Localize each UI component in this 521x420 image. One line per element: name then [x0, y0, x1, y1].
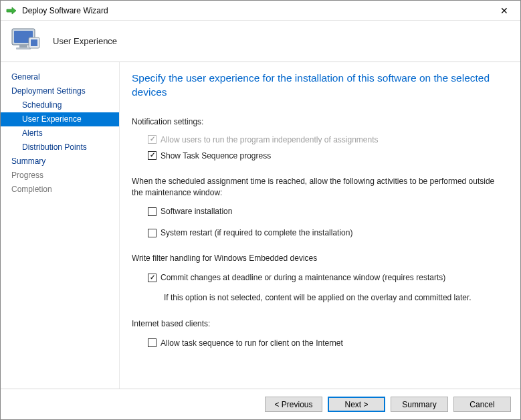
cancel-button[interactable]: Cancel [453, 397, 511, 412]
wizard-arrow-icon [6, 6, 17, 15]
checkbox-icon [148, 274, 157, 282]
checkbox-allow-independent: Allow users to run the program independe… [132, 132, 506, 148]
checkbox-commit-changes[interactable]: Commit changes at deadline or during a m… [132, 270, 506, 286]
checkbox-icon [148, 135, 157, 144]
sidebar-item-deployment-settings[interactable]: Deployment Settings [1, 84, 119, 98]
window-title: Deploy Software Wizard [22, 6, 490, 15]
checkbox-icon [148, 207, 157, 216]
title-bar: Deploy Software Wizard ✕ [1, 1, 520, 21]
checkbox-icon [148, 151, 157, 160]
content-pane: Specify the user experience for the inst… [120, 62, 520, 389]
step-title: User Experience [53, 36, 117, 46]
checkbox-show-ts-progress[interactable]: Show Task Sequence progress [132, 148, 506, 164]
checkbox-label: Software installation [161, 207, 232, 216]
checkbox-icon [148, 229, 157, 237]
svg-rect-5 [31, 39, 37, 46]
summary-button[interactable]: Summary [391, 397, 448, 412]
checkbox-label: Allow task sequence to run for client on… [161, 338, 343, 348]
commit-note: If this option is not selected, content … [132, 292, 506, 304]
sidebar-item-completion: Completion [1, 183, 119, 197]
svg-rect-3 [16, 47, 31, 49]
checkbox-label: Commit changes at deadline or during a m… [161, 273, 445, 282]
checkbox-label: Allow users to run the program independe… [161, 135, 379, 144]
sidebar: General Deployment Settings Scheduling U… [1, 62, 120, 389]
checkbox-label: System restart (if required to complete … [161, 228, 352, 237]
checkbox-label: Show Task Sequence progress [161, 151, 271, 161]
sidebar-item-summary[interactable]: Summary [1, 154, 119, 169]
checkbox-allow-internet[interactable]: Allow task sequence to run for client on… [132, 335, 506, 351]
notification-settings-label: Notification settings: [132, 117, 506, 126]
wizard-body: General Deployment Settings Scheduling U… [1, 62, 520, 389]
checkbox-system-restart[interactable]: System restart (if required to complete … [132, 225, 506, 241]
next-button[interactable]: Next > [328, 397, 385, 412]
checkbox-icon [148, 338, 157, 347]
wizard-header: User Experience [1, 21, 520, 62]
sidebar-item-user-experience[interactable]: User Experience [1, 112, 119, 126]
write-filter-label: Write filter handling for Windows Embedd… [132, 253, 506, 264]
checkbox-software-installation[interactable]: Software installation [132, 203, 506, 219]
sidebar-item-general[interactable]: General [1, 70, 119, 84]
computer-icon [10, 26, 41, 56]
close-button[interactable]: ✕ [490, 1, 519, 20]
svg-rect-2 [19, 45, 27, 47]
previous-button[interactable]: < Previous [265, 397, 322, 412]
sidebar-item-distribution-points[interactable]: Distribution Points [1, 140, 119, 154]
sidebar-item-alerts[interactable]: Alerts [1, 126, 119, 140]
page-heading: Specify the user experience for the inst… [132, 72, 506, 100]
internet-clients-label: Internet based clients: [132, 318, 506, 330]
sidebar-item-scheduling[interactable]: Scheduling [1, 98, 119, 112]
maintenance-window-text: When the scheduled assignment time is re… [132, 176, 506, 199]
sidebar-item-progress: Progress [1, 169, 119, 183]
wizard-footer: < Previous Next > Summary Cancel [1, 389, 520, 419]
